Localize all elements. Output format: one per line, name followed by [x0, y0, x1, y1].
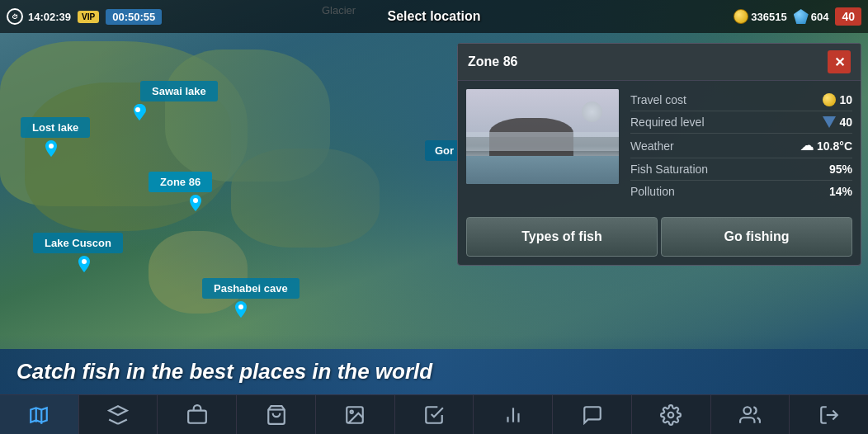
fish-saturation-value: 95% — [829, 163, 852, 176]
info-panel: Zone 86 ✕ Travel cost 10 Required level — [457, 43, 861, 266]
svg-point-1 — [49, 144, 54, 149]
weather-temp: 10.8°C — [817, 139, 852, 153]
water-decoration — [466, 156, 619, 185]
pollution-row: Pollution 14% — [630, 181, 852, 202]
travel-cost-label: Travel cost — [630, 93, 686, 106]
clock-icon: ⏱ — [7, 8, 23, 25]
fish-saturation-label: Fish Saturation — [630, 163, 708, 176]
location-pin — [45, 140, 57, 160]
required-level-row: Required level 40 — [630, 111, 852, 134]
nav-item-stats[interactable] — [474, 395, 553, 434]
timer-badge: 00:50:55 — [106, 9, 162, 25]
nav-item-balance[interactable] — [79, 395, 158, 434]
nav-item-shop[interactable] — [237, 395, 316, 434]
nav-item-bag[interactable] — [158, 395, 237, 434]
location-image — [466, 89, 619, 184]
time-display: ⏱ 14:02:39 — [7, 8, 71, 25]
coin-amount: 336515 — [734, 9, 786, 24]
currency-display: 336515 604 40 — [734, 7, 861, 26]
svg-line-7 — [109, 419, 118, 423]
pollution-value: 14% — [829, 185, 852, 198]
coin-value: 336515 — [751, 11, 786, 23]
banner-text: Catch fish in the best places in the wor… — [17, 359, 432, 384]
coin-icon-small — [823, 93, 836, 106]
panel-body: Travel cost 10 Required level 40 Weather… — [458, 81, 861, 210]
location-label[interactable]: Zone 86 — [149, 172, 212, 192]
gem-icon — [794, 9, 809, 24]
svg-point-0 — [137, 107, 142, 112]
level-badge: 40 — [835, 7, 861, 26]
svg-point-2 — [193, 198, 198, 203]
stats-container: Travel cost 10 Required level 40 Weather… — [619, 89, 852, 202]
nav-item-chat[interactable] — [553, 395, 632, 434]
panel-title: Zone 86 — [468, 54, 517, 69]
gem-amount: 604 — [794, 9, 829, 24]
sun-decoration — [582, 101, 602, 122]
gem-value: 604 — [811, 11, 829, 23]
location-label[interactable]: Lake Cuscon — [33, 233, 123, 253]
bottom-banner: Catch fish in the best places in the wor… — [0, 349, 868, 394]
nav-item-settings[interactable] — [632, 395, 711, 434]
required-level-label: Required level — [630, 116, 705, 129]
pollution-label: Pollution — [630, 185, 675, 198]
nav-item-tasks[interactable] — [395, 395, 474, 434]
coin-icon — [734, 9, 748, 24]
fog-decoration — [466, 132, 619, 151]
nav-item-gallery[interactable] — [316, 395, 395, 434]
weather-row: Weather ☁ 10.8°C — [630, 134, 852, 158]
svg-point-16 — [668, 412, 674, 417]
current-time: 14:02:39 — [28, 11, 71, 23]
panel-header: Zone 86 ✕ — [458, 44, 861, 81]
location-pin — [78, 256, 90, 276]
location-pin — [134, 104, 147, 120]
nav-item-exit[interactable] — [790, 395, 868, 434]
required-level-number: 40 — [839, 116, 852, 129]
svg-point-17 — [743, 407, 751, 414]
cloud-icon: ☁ — [800, 138, 814, 153]
svg-point-4 — [238, 304, 243, 309]
bottom-nav — [0, 394, 868, 434]
svg-line-8 — [118, 419, 127, 423]
panel-actions: Types of fish Go fishing — [458, 210, 861, 265]
nav-item-social[interactable] — [711, 395, 790, 434]
vip-badge: VIP — [78, 11, 99, 23]
svg-point-3 — [82, 259, 87, 264]
location-pin — [190, 195, 201, 215]
svg-point-12 — [351, 410, 353, 413]
location-label[interactable]: Lost lake — [21, 117, 90, 138]
close-button[interactable]: ✕ — [828, 50, 851, 73]
level-icon — [823, 116, 836, 128]
nav-item-map[interactable] — [0, 395, 79, 434]
travel-cost-value: 10 — [823, 93, 852, 106]
weather-label: Weather — [630, 139, 674, 153]
location-label[interactable]: Sawai lake — [140, 81, 218, 101]
travel-cost-row: Travel cost 10 — [630, 89, 852, 111]
types-of-fish-button[interactable]: Types of fish — [466, 217, 658, 257]
top-bar: ⏱ 14:02:39 VIP 00:50:55 Select location … — [0, 0, 868, 33]
location-pin — [235, 301, 247, 321]
fish-saturation-row: Fish Saturation 95% — [630, 158, 852, 181]
weather-value: ☁ 10.8°C — [800, 138, 852, 153]
location-label[interactable]: Pashabei cave — [202, 278, 300, 299]
go-fishing-button[interactable]: Go fishing — [661, 217, 852, 257]
travel-cost-number: 10 — [839, 93, 852, 106]
required-level-value: 40 — [823, 116, 852, 129]
svg-rect-9 — [188, 410, 206, 422]
page-title: Select location — [388, 9, 481, 24]
